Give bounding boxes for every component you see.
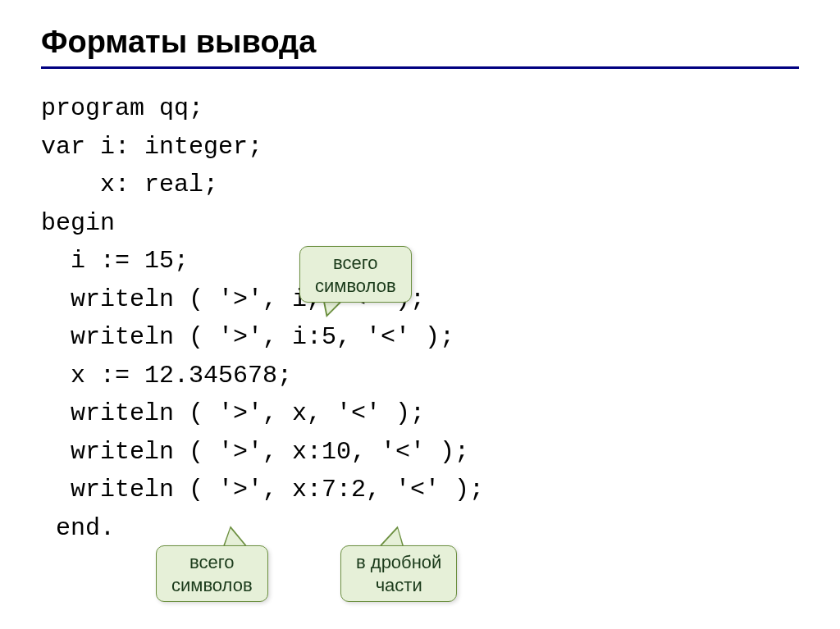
code-line: x: real; (41, 171, 218, 198)
slide-title: Форматы вывода (41, 25, 799, 60)
callout-text: части (356, 574, 441, 597)
code-line: program qq; (41, 94, 203, 122)
slide: Форматы вывода program qq; var i: intege… (0, 0, 840, 629)
code-line: writeln ( '>', x, '<' ); (41, 399, 425, 427)
code-line: i := 15; (41, 247, 189, 275)
code-line: writeln ( '>', x:7:2, '<' ); (41, 476, 484, 504)
title-rule (41, 66, 799, 69)
callout-text: символов (315, 275, 396, 298)
code-line: end. (41, 514, 115, 542)
callout-text: всего (315, 252, 396, 275)
code-line: writeln ( '>', x:10, '<' ); (41, 438, 469, 466)
code-line: x := 12.345678; (41, 362, 292, 390)
code-line: writeln ( '>', i:5, '<' ); (41, 323, 454, 351)
code-line: var i: integer; (41, 133, 262, 161)
callout-total-symbols-top: всего символов (299, 246, 412, 303)
callout-fractional-part: в дробной части (340, 545, 457, 602)
callout-text: символов (171, 574, 253, 597)
callout-text: в дробной (356, 551, 441, 574)
callout-text: всего (171, 551, 253, 574)
callout-total-symbols-bottom: всего символов (156, 545, 268, 602)
code-block: program qq; var i: integer; x: real; beg… (41, 89, 799, 547)
code-line: begin (41, 209, 115, 237)
